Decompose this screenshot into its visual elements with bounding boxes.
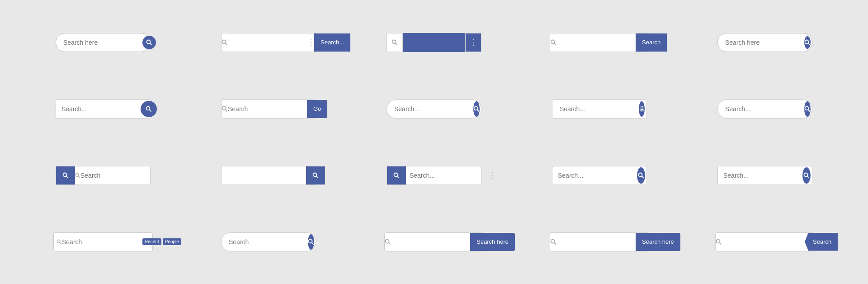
search-button-1-1[interactable] [142, 36, 156, 49]
svg-line-24 [78, 176, 80, 177]
search-button-2-1[interactable] [141, 101, 157, 117]
cell-4-1: Recent People [27, 213, 179, 270]
search-button-4-3[interactable]: Search here [470, 233, 515, 251]
search-input-1-4[interactable] [557, 39, 636, 46]
searchbar-1-3: ⋮ [387, 33, 481, 52]
searchbar-4-4: Search here [550, 232, 649, 251]
search-input-4-4[interactable] [557, 238, 636, 246]
cell-3-1 [27, 147, 179, 204]
svg-line-9 [808, 43, 810, 44]
search-input-2-2[interactable] [228, 105, 307, 113]
search-icon-4-3 [385, 239, 391, 245]
search-input-1-2[interactable] [228, 39, 307, 46]
svg-line-20 [808, 109, 810, 111]
searchbar-2-5 [717, 99, 812, 118]
searchbar-1-2: ⋮ Search... [221, 33, 316, 52]
search-input-3-1[interactable] [80, 172, 160, 179]
searchbar-4-1: Recent People [53, 232, 153, 251]
search-input-4-2[interactable] [229, 238, 308, 246]
search-button-2-5[interactable] [804, 101, 811, 117]
svg-line-36 [312, 242, 313, 244]
cell-4-3: Search here [358, 213, 510, 270]
more-options-icon-3-3[interactable]: ⋮ [489, 170, 497, 180]
searchbar-1-1 [56, 33, 151, 52]
search-icon-1-3 [387, 33, 403, 52]
cell-2-2: Go [193, 80, 344, 137]
people-tag: People [163, 238, 181, 245]
cell-3-4 [524, 147, 675, 204]
searchbar-3-5 [717, 166, 812, 185]
search-icon-3-1 [56, 166, 75, 185]
searchbar-3-3: ⋮ [387, 166, 481, 185]
search-bar-grid: ⋮ Search... ⋮ Search [0, 0, 868, 284]
search-input-4-5[interactable] [722, 238, 805, 246]
search-button-1-5[interactable] [804, 36, 811, 49]
more-options-icon-1-3[interactable]: ⋮ [465, 33, 481, 52]
search-input-2-3[interactable] [394, 105, 473, 113]
search-icon-1-2 [222, 39, 228, 46]
search-input-4-3[interactable] [391, 238, 470, 246]
cell-3-3: ⋮ [358, 147, 510, 204]
svg-line-3 [226, 43, 227, 44]
cell-3-2 [193, 147, 344, 204]
search-input-2-4[interactable] [560, 105, 639, 113]
search-input-3-5[interactable] [718, 172, 802, 179]
cell-2-3 [358, 80, 510, 137]
svg-line-34 [60, 242, 61, 244]
cell-1-1 [27, 14, 179, 71]
cell-1-3: ⋮ [358, 14, 510, 71]
svg-rect-16 [641, 106, 642, 109]
search-input-4-1[interactable] [62, 238, 141, 246]
search-button-2-3[interactable] [473, 101, 480, 117]
search-input-3-3[interactable] [406, 172, 489, 179]
svg-line-7 [554, 43, 556, 44]
search-input-1-5[interactable] [725, 39, 804, 46]
search-input-1-1[interactable] [63, 39, 142, 46]
svg-line-15 [477, 109, 479, 111]
search-input-3-2[interactable] [222, 172, 306, 179]
cell-1-4: Search [524, 14, 675, 71]
svg-line-5 [396, 43, 397, 44]
searchbar-3-2 [221, 166, 316, 185]
search-input-3-4[interactable] [552, 172, 637, 179]
svg-line-30 [642, 176, 643, 177]
searchbar-4-3: Search here [384, 232, 484, 251]
search-button-3-4[interactable] [637, 167, 645, 184]
cell-1-5 [689, 14, 841, 71]
recent-tag: Recent [142, 238, 161, 245]
cell-1-2: ⋮ Search... [193, 14, 344, 71]
search-button-4-2[interactable] [308, 234, 314, 250]
search-button-1-4[interactable]: Search [636, 33, 667, 52]
searchbar-2-4 [552, 99, 647, 118]
svg-line-1 [150, 43, 151, 44]
searchbar-3-4 [552, 166, 647, 185]
search-button-4-5[interactable]: Search [805, 233, 838, 251]
svg-line-40 [554, 242, 556, 244]
search-button-4-4[interactable]: Search here [636, 233, 680, 251]
searchbar-1-4: Search [550, 33, 649, 52]
searchbar-3-1 [56, 166, 151, 185]
cell-4-5: Search [689, 213, 841, 270]
search-icon-small-3-1 [75, 173, 80, 178]
search-input-2-1[interactable] [56, 105, 141, 113]
mic-button-2-4[interactable] [639, 101, 645, 117]
search-icon-4-5 [716, 239, 722, 245]
searchbar-2-3 [387, 99, 481, 118]
search-icon-2-2 [222, 106, 228, 112]
more-options-icon-1-2[interactable]: ⋮ [307, 38, 314, 47]
search-input-2-5[interactable] [725, 105, 804, 113]
search-button-2-2[interactable]: Go [307, 100, 327, 118]
search-button-3-2[interactable] [306, 166, 325, 185]
svg-line-11 [150, 109, 151, 111]
searchbar-1-5 [717, 33, 812, 52]
svg-line-22 [66, 176, 68, 177]
cell-3-5 [689, 147, 841, 204]
cell-2-4 [524, 80, 675, 137]
search-button-3-5[interactable] [802, 167, 811, 184]
svg-line-38 [389, 242, 390, 244]
search-button-1-2[interactable]: Search... [314, 33, 350, 52]
cell-2-1 [27, 80, 179, 137]
cell-4-2 [193, 213, 344, 270]
search-bar-fill-1-3 [403, 33, 465, 52]
svg-line-28 [397, 176, 399, 177]
